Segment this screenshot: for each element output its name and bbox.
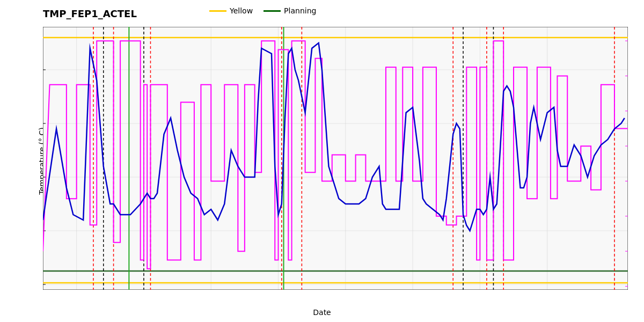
main-chart [43, 27, 628, 290]
x-axis-label: Date [313, 308, 331, 317]
legend: Yellow Planning [209, 6, 316, 15]
yellow-legend-label: Yellow [230, 6, 253, 15]
yellow-legend-line [209, 10, 226, 12]
legend-yellow: Yellow [209, 6, 253, 15]
legend-planning: Planning [264, 6, 316, 15]
chart-container: TMP_FEP1_ACTEL Yellow Planning Temperatu… [0, 0, 644, 322]
chart-title: TMP_FEP1_ACTEL [43, 8, 137, 19]
planning-legend-line [264, 10, 281, 12]
planning-legend-label: Planning [284, 6, 316, 15]
